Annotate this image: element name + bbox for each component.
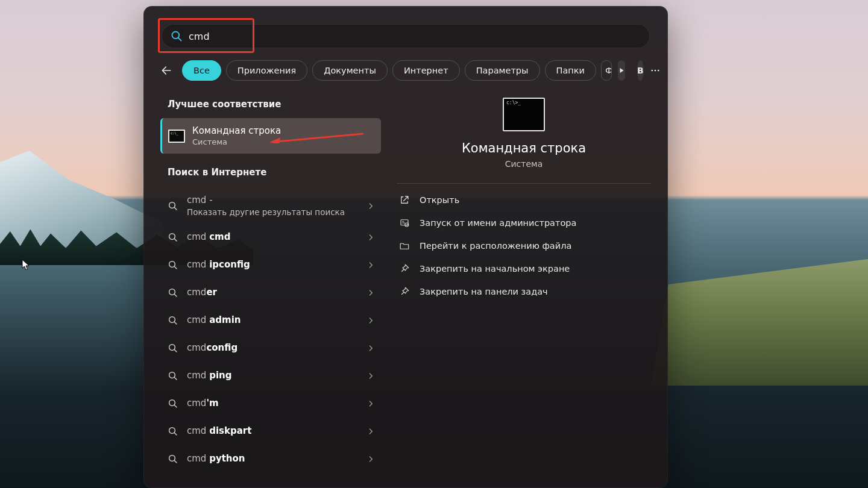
action-pin[interactable]: Закрепить на начальном экране (397, 257, 651, 280)
web-result-label: cmdconfig (187, 342, 374, 354)
chevron-right-icon (366, 233, 375, 242)
chevron-right-icon (366, 261, 375, 269)
filter-pills: ВсеПриложенияДокументыИнтернетПараметрыП… (182, 60, 612, 81)
filter-pill-2[interactable]: Документы (312, 60, 388, 81)
web-result-item[interactable]: cmd cmd (160, 224, 381, 251)
desktop-background: ВсеПриложенияДокументыИнтернетПараметрыП… (0, 0, 868, 488)
svg-line-7 (174, 207, 177, 210)
web-result-label: cmder (187, 287, 374, 298)
action-label: Закрепить на начальном экране (420, 264, 570, 274)
svg-point-3 (654, 70, 656, 72)
action-open[interactable]: Открыть (397, 189, 651, 211)
svg-line-1 (178, 38, 181, 41)
chevron-right-icon (366, 427, 375, 436)
divider (397, 183, 651, 184)
filter-pill-3[interactable]: Интернет (392, 60, 460, 81)
action-label: Перейти к расположению файла (420, 241, 571, 251)
folder-icon (399, 240, 410, 251)
web-result-item[interactable]: cmd - Показать другие результаты поиска (160, 189, 381, 224)
web-result-label: cmd ping (187, 370, 374, 381)
search-icon (171, 30, 183, 42)
chevron-right-icon (366, 316, 375, 325)
search-icon (168, 398, 178, 409)
filter-pill-1[interactable]: Приложения (226, 60, 307, 81)
chevron-right-icon (366, 202, 375, 210)
filter-pill-6[interactable]: Ф (601, 60, 612, 81)
web-result-label: cmd admin (187, 314, 374, 326)
web-result-item[interactable]: cmd python (160, 445, 381, 473)
web-result-label: cmd diskpart (187, 425, 374, 437)
web-result-item[interactable]: cmd ipconfig (160, 251, 381, 279)
windows-search-window: ВсеПриложенияДокументыИнтернетПараметрыП… (143, 6, 668, 488)
svg-line-13 (174, 294, 177, 296)
web-result-item[interactable]: cmd'm (160, 390, 381, 418)
chevron-right-icon (366, 289, 375, 297)
filter-row: ВсеПриложенияДокументыИнтернетПараметрыП… (143, 48, 668, 81)
search-icon (168, 371, 178, 381)
svg-point-4 (658, 70, 659, 72)
action-label: Закрепить на панели задач (420, 287, 548, 296)
search-icon (168, 454, 178, 465)
cmd-app-icon (168, 130, 185, 143)
web-results-list: cmd - Показать другие результаты поискаc… (160, 189, 381, 473)
filter-pill-5[interactable]: Папки (545, 60, 596, 81)
cmd-app-icon-large (503, 98, 545, 131)
annotation-arrow (268, 133, 365, 143)
action-pin[interactable]: Закрепить на панели задач (397, 280, 651, 303)
action-admin[interactable]: Запуск от имени администратора (397, 211, 651, 234)
search-icon (168, 232, 178, 243)
search-bar[interactable] (162, 24, 650, 48)
web-result-label: cmd ipconfig (187, 259, 374, 271)
web-result-item[interactable]: cmd admin (160, 307, 381, 334)
back-button[interactable] (160, 63, 172, 78)
preview-subtitle: Система (505, 159, 542, 169)
filter-pill-0[interactable]: Все (182, 60, 221, 81)
search-icon (168, 426, 178, 437)
best-match-heading: Лучшее соответствие (160, 99, 381, 110)
preview-column: Командная строка Система ОткрытьЗапуск о… (397, 95, 651, 473)
play-icon (618, 67, 625, 74)
filter-pill-4[interactable]: Параметры (465, 60, 540, 81)
admin-icon (399, 217, 410, 228)
search-input[interactable] (189, 31, 641, 42)
arrow-left-icon (160, 64, 172, 77)
web-result-label: cmd python (187, 453, 374, 465)
open-icon (399, 195, 410, 205)
best-match-subtitle: Система (192, 137, 281, 146)
search-icon (168, 315, 178, 326)
chevron-right-icon (366, 344, 375, 352)
web-result-label: cmd'm (187, 398, 374, 409)
web-result-item[interactable]: cmd diskpart (160, 418, 381, 445)
search-icon (168, 343, 178, 354)
action-label: Запуск от имени администратора (420, 218, 576, 228)
results-column: Лучшее соответствие Командная строка Сис… (160, 95, 381, 473)
web-result-label: cmd cmd (187, 231, 374, 243)
svg-line-5 (277, 134, 363, 142)
web-result-item[interactable]: cmder (160, 279, 381, 307)
ellipsis-icon (650, 65, 661, 76)
chevron-right-icon (366, 399, 375, 408)
chevron-right-icon (366, 455, 375, 463)
web-result-item[interactable]: cmdconfig (160, 334, 381, 362)
svg-line-9 (174, 239, 177, 241)
action-folder[interactable]: Перейти к расположению файла (397, 234, 651, 257)
svg-line-15 (174, 322, 177, 324)
best-match-result[interactable]: Командная строка Система (160, 118, 381, 154)
more-options-button[interactable] (650, 60, 661, 81)
best-match-title: Командная строка (192, 125, 281, 136)
preview-title: Командная строка (462, 141, 586, 155)
svg-line-11 (174, 266, 177, 269)
search-icon (168, 201, 178, 211)
svg-point-2 (651, 70, 653, 72)
svg-line-23 (174, 433, 177, 435)
pin-icon (399, 263, 410, 274)
next-filters-button[interactable] (618, 60, 625, 81)
svg-line-21 (174, 405, 177, 407)
action-list: ОткрытьЗапуск от имени администратораПер… (397, 189, 651, 303)
account-avatar[interactable]: В (637, 60, 644, 81)
web-result-item[interactable]: cmd ping (160, 362, 381, 390)
action-label: Открыть (420, 195, 459, 205)
svg-line-17 (174, 349, 177, 352)
pin-icon (399, 286, 410, 297)
bg-grass (651, 259, 868, 386)
